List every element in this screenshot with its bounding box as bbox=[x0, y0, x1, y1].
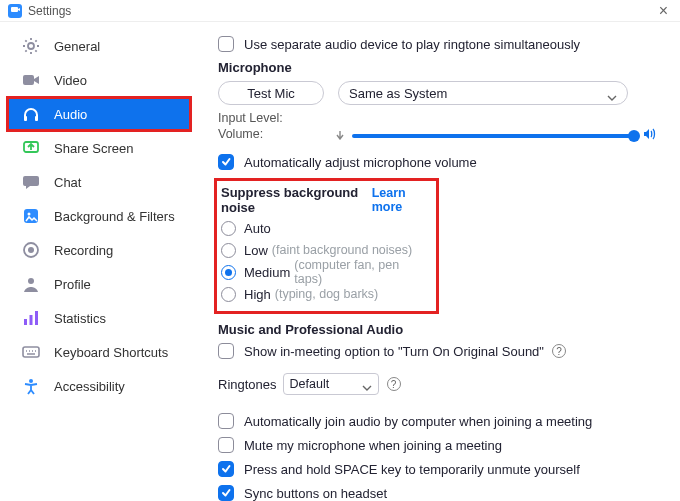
noise-radio-low[interactable] bbox=[221, 243, 236, 258]
help-icon[interactable]: ? bbox=[387, 377, 401, 391]
close-button[interactable]: × bbox=[655, 3, 672, 19]
sidebar-item-keyboard-shortcuts[interactable]: Keyboard Shortcuts bbox=[8, 336, 190, 368]
sidebar-item-accessibility[interactable]: Accessibility bbox=[8, 370, 190, 402]
window-title: Settings bbox=[28, 4, 71, 18]
sidebar-item-video[interactable]: Video bbox=[8, 64, 190, 96]
sidebar-item-label: General bbox=[54, 39, 100, 54]
test-mic-button[interactable]: Test Mic bbox=[218, 81, 324, 105]
titlebar: Settings × bbox=[0, 0, 680, 22]
sidebar-item-general[interactable]: General bbox=[8, 30, 190, 62]
mute-on-join-checkbox[interactable] bbox=[218, 437, 234, 453]
noise-option-hint: (faint background noises) bbox=[272, 243, 412, 257]
help-icon[interactable]: ? bbox=[552, 344, 566, 358]
profile-icon bbox=[22, 275, 40, 293]
chevron-down-icon bbox=[607, 90, 617, 105]
space-unmute-checkbox[interactable] bbox=[218, 461, 234, 477]
sidebar-item-label: Keyboard Shortcuts bbox=[54, 345, 168, 360]
auto-join-checkbox[interactable] bbox=[218, 413, 234, 429]
noise-option-label: Medium bbox=[244, 265, 290, 280]
volume-thumb[interactable] bbox=[628, 130, 640, 142]
sidebar: GeneralVideoAudioShare ScreenChatBackgro… bbox=[0, 22, 198, 501]
sidebar-item-share-screen[interactable]: Share Screen bbox=[8, 132, 190, 164]
sidebar-item-label: Statistics bbox=[54, 311, 106, 326]
volume-label: Volume: bbox=[218, 127, 336, 144]
sidebar-item-chat[interactable]: Chat bbox=[8, 166, 190, 198]
sidebar-item-label: Profile bbox=[54, 277, 91, 292]
noise-radio-high[interactable] bbox=[221, 287, 236, 302]
mute-on-join-label: Mute my microphone when joining a meetin… bbox=[244, 438, 502, 453]
noise-option-label: Auto bbox=[244, 221, 271, 236]
chevron-down-icon bbox=[362, 381, 372, 395]
separate-audio-checkbox[interactable] bbox=[218, 36, 234, 52]
auto-join-label: Automatically join audio by computer whe… bbox=[244, 414, 592, 429]
auto-adjust-checkbox[interactable] bbox=[218, 154, 234, 170]
original-sound-checkbox[interactable] bbox=[218, 343, 234, 359]
video-icon bbox=[22, 71, 40, 89]
background-icon bbox=[22, 207, 40, 225]
sidebar-item-label: Recording bbox=[54, 243, 113, 258]
learn-more-link[interactable]: Learn more bbox=[372, 186, 428, 214]
sync-headset-checkbox[interactable] bbox=[218, 485, 234, 501]
ringtones-select[interactable]: Default bbox=[283, 373, 379, 395]
sidebar-item-recording[interactable]: Recording bbox=[8, 234, 190, 266]
sidebar-item-profile[interactable]: Profile bbox=[8, 268, 190, 300]
noise-title: Suppress background noise bbox=[221, 185, 366, 215]
microphone-device-select[interactable]: Same as System bbox=[338, 81, 628, 105]
sidebar-item-statistics[interactable]: Statistics bbox=[8, 302, 190, 334]
auto-adjust-label: Automatically adjust microphone volume bbox=[244, 155, 477, 170]
stats-icon bbox=[22, 309, 40, 327]
noise-option-hint: (typing, dog barks) bbox=[275, 287, 379, 301]
sidebar-item-label: Background & Filters bbox=[54, 209, 175, 224]
noise-radio-medium[interactable] bbox=[221, 265, 236, 280]
microphone-title: Microphone bbox=[218, 60, 656, 75]
sidebar-item-audio[interactable]: Audio bbox=[8, 98, 190, 130]
sidebar-item-label: Accessibility bbox=[54, 379, 125, 394]
main-panel: Use separate audio device to play ringto… bbox=[198, 22, 680, 501]
app-icon bbox=[8, 4, 22, 18]
original-sound-label: Show in-meeting option to "Turn On Origi… bbox=[244, 344, 544, 359]
noise-option-label: Low bbox=[244, 243, 268, 258]
accessibility-icon bbox=[22, 377, 40, 395]
ringtones-value: Default bbox=[290, 377, 330, 391]
keyboard-icon bbox=[22, 343, 40, 361]
input-level-meter bbox=[336, 111, 656, 125]
sidebar-item-label: Video bbox=[54, 73, 87, 88]
speaker-icon bbox=[642, 127, 656, 144]
space-unmute-label: Press and hold SPACE key to temporarily … bbox=[244, 462, 580, 477]
sidebar-item-label: Audio bbox=[54, 107, 87, 122]
chat-icon bbox=[22, 173, 40, 191]
sidebar-item-background-filters[interactable]: Background & Filters bbox=[8, 200, 190, 232]
music-title: Music and Professional Audio bbox=[218, 322, 656, 337]
headphones-icon bbox=[22, 105, 40, 123]
sync-headset-label: Sync buttons on headset bbox=[244, 486, 387, 501]
record-icon bbox=[22, 241, 40, 259]
noise-option-label: High bbox=[244, 287, 271, 302]
sidebar-item-label: Chat bbox=[54, 175, 81, 190]
separate-audio-label: Use separate audio device to play ringto… bbox=[244, 37, 580, 52]
volume-slider[interactable] bbox=[352, 134, 634, 138]
sidebar-item-label: Share Screen bbox=[54, 141, 134, 156]
mute-icon bbox=[336, 129, 346, 143]
noise-suppression-group: Suppress background noise Learn more Aut… bbox=[214, 178, 439, 314]
ringtones-label: Ringtones bbox=[218, 377, 277, 392]
share-icon bbox=[22, 139, 40, 157]
gear-icon bbox=[22, 37, 40, 55]
noise-radio-auto[interactable] bbox=[221, 221, 236, 236]
microphone-device-value: Same as System bbox=[349, 86, 447, 101]
noise-option-hint: (computer fan, pen taps) bbox=[294, 258, 428, 286]
input-level-label: Input Level: bbox=[218, 111, 336, 125]
